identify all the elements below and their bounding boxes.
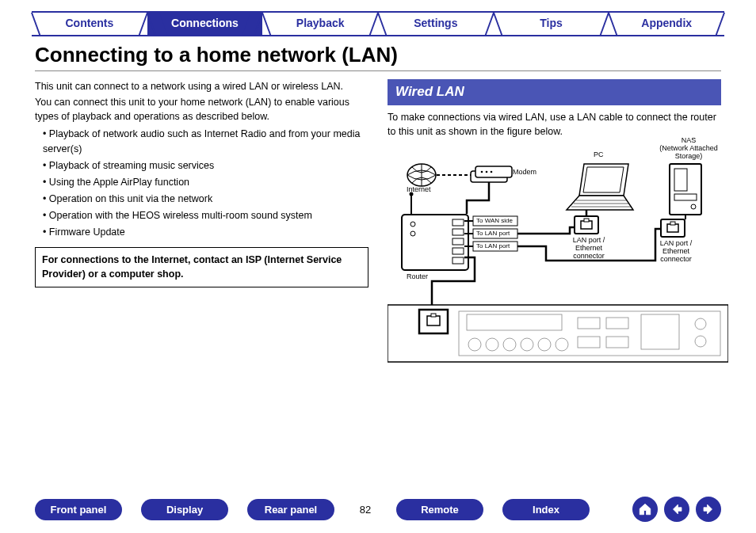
tab-appendix[interactable]: Appendix [609,11,724,35]
home-icon[interactable] [632,497,658,522]
list-item: Operation with the HEOS wireless multi-r… [43,208,368,223]
isp-note: For connections to the Internet, contact… [35,247,368,287]
tab-tips[interactable]: Tips [494,11,609,35]
label-pc: PC [594,151,604,159]
link-display[interactable]: Display [141,499,228,520]
svg-rect-32 [674,169,687,191]
intro-p2: You can connect this unit to your home n… [35,95,368,124]
intro-p1: This unit can connect to a network using… [35,79,368,93]
svg-rect-13 [452,238,464,245]
link-rear-panel[interactable]: Rear panel [247,499,334,520]
tab-underline [32,35,724,36]
main-content: This unit can connect to a network using… [0,73,756,402]
label-internet: Internet [407,186,431,194]
list-item: Using the Apple AirPlay function [43,175,368,189]
tab-playback[interactable]: Playback [262,11,378,35]
top-tabs: Contents Connections Playback Settings T… [0,0,756,35]
label-modem: Modem [513,169,536,177]
feature-list: Playback of network audio such as Intern… [35,127,368,239]
left-column: This unit can connect to a network using… [35,79,368,402]
svg-rect-37 [670,222,675,225]
label-wan: To WAN side [476,218,513,225]
label-lanport-nas: LAN port / Ethernet connector [654,240,698,264]
label-nas: NAS (Network Attached Storage) [649,137,728,161]
list-item: Playback of network audio such as Intern… [43,127,368,155]
svg-rect-33 [674,194,697,200]
svg-point-7 [491,171,493,173]
list-item: Playback of streaming music services [43,158,368,173]
svg-rect-42 [427,316,440,326]
prev-icon[interactable] [664,497,689,522]
svg-point-6 [486,171,488,173]
svg-rect-29 [584,219,589,222]
svg-rect-15 [452,257,464,264]
right-column: Wired LAN To make connections via wired … [388,79,721,402]
nav-icons [632,497,721,522]
label-lan1: To LAN port [476,230,510,238]
svg-rect-12 [452,229,464,235]
next-icon[interactable] [696,497,721,522]
page-number: 82 [353,504,377,516]
tab-contents[interactable]: Contents [32,11,147,35]
label-router: Router [407,273,428,281]
label-lan2: To LAN port [476,243,510,250]
wired-lan-p1: To make connections via wired LAN, use a… [388,110,721,139]
router-icon [402,192,468,270]
link-front-panel[interactable]: Front panel [35,499,122,520]
list-item: Firmware Update [43,225,368,239]
svg-rect-43 [431,314,436,317]
tab-settings[interactable]: Settings [378,11,494,35]
list-item: Operation on this unit via the network [43,192,368,206]
bottom-bar: Front panel Display Rear panel 82 Remote… [0,497,756,522]
label-lanport-pc: LAN port / Ethernet connector [567,237,611,261]
wired-lan-heading: Wired LAN [388,79,721,105]
link-index[interactable]: Index [502,499,590,520]
svg-rect-11 [452,219,464,226]
page-title: Connecting to a home network (LAN) [35,43,721,67]
title-underline [35,70,721,71]
tab-connections[interactable]: Connections [147,11,263,35]
svg-rect-14 [452,248,464,254]
link-remote[interactable]: Remote [396,499,483,520]
network-diagram: Internet Modem PC NAS (Network Attached … [388,140,721,402]
svg-point-5 [481,171,483,173]
